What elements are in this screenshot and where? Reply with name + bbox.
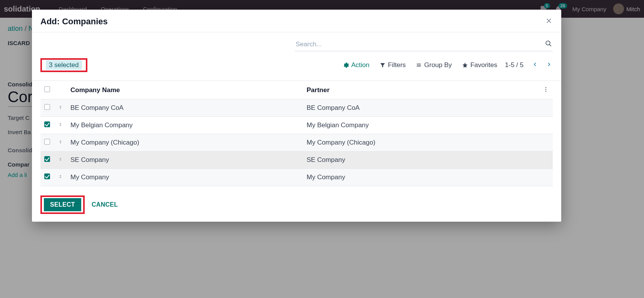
selected-count-highlight: 3 selected	[40, 58, 87, 72]
list-icon	[416, 62, 422, 68]
dialog-title: Add: Companies	[40, 17, 108, 27]
filters-label: Filters	[388, 61, 406, 69]
companies-table: Company Name Partner BE Company CoABE Co…	[40, 81, 553, 186]
favorites-menu[interactable]: Favorites	[462, 61, 497, 69]
pager-next[interactable]	[546, 61, 553, 70]
select-button[interactable]: SELECT	[44, 198, 81, 211]
svg-point-2	[545, 91, 547, 92]
row-checkbox[interactable]	[44, 139, 50, 145]
table-row[interactable]: SE CompanySE Company	[40, 152, 553, 169]
table-row[interactable]: My CompanyMy Company	[40, 169, 553, 186]
filters-menu[interactable]: Filters	[380, 61, 406, 69]
row-company: My Belgian Company	[67, 117, 303, 134]
row-checkbox[interactable]	[44, 121, 50, 127]
filter-icon	[380, 62, 386, 68]
row-partner: BE Company CoA	[303, 99, 539, 117]
row-checkbox[interactable]	[44, 156, 50, 162]
table-row[interactable]: My Belgian CompanyMy Belgian Company	[40, 117, 553, 134]
table-row[interactable]: BE Company CoABE Company CoA	[40, 99, 553, 117]
pager-text: 1-5 / 5	[505, 61, 524, 69]
drag-handle-icon[interactable]	[58, 139, 63, 146]
search-input[interactable]	[296, 40, 545, 48]
favorites-label: Favorites	[470, 61, 497, 69]
chevron-left-icon	[531, 61, 538, 68]
search-box[interactable]	[295, 38, 553, 51]
action-label: Action	[351, 61, 370, 69]
row-company: SE Company	[67, 152, 303, 169]
action-menu[interactable]: Action	[343, 61, 370, 69]
table-row[interactable]: My Company (Chicago)My Company (Chicago)	[40, 134, 553, 152]
column-partner[interactable]: Partner	[303, 81, 539, 99]
search-icon[interactable]	[545, 40, 552, 49]
groupby-label: Group By	[424, 61, 452, 69]
close-icon[interactable]	[546, 17, 553, 27]
svg-point-0	[545, 87, 547, 88]
svg-point-1	[545, 89, 547, 90]
cancel-button[interactable]: CANCEL	[92, 201, 118, 208]
row-partner: My Company	[303, 169, 539, 186]
drag-handle-icon[interactable]	[58, 156, 63, 163]
chevron-right-icon	[546, 61, 553, 68]
row-partner: My Company (Chicago)	[303, 134, 539, 152]
row-company: My Company (Chicago)	[67, 134, 303, 152]
row-company: My Company	[67, 169, 303, 186]
drag-handle-icon[interactable]	[58, 121, 63, 129]
pager: 1-5 / 5	[505, 61, 553, 70]
row-partner: SE Company	[303, 152, 539, 169]
select-button-highlight: SELECT	[40, 195, 85, 214]
row-partner: My Belgian Company	[303, 117, 539, 134]
columns-menu-icon[interactable]	[543, 86, 549, 94]
row-checkbox[interactable]	[44, 104, 50, 110]
pager-prev[interactable]	[531, 61, 538, 70]
row-company: BE Company CoA	[67, 99, 303, 117]
select-all-checkbox[interactable]	[44, 86, 50, 92]
gear-icon	[343, 62, 349, 68]
row-checkbox[interactable]	[44, 173, 50, 179]
selected-count-badge: 3 selected	[46, 60, 82, 70]
add-companies-dialog: Add: Companies 3 selected Action	[32, 10, 561, 222]
drag-handle-icon[interactable]	[58, 104, 63, 111]
drag-handle-icon[interactable]	[58, 173, 63, 181]
groupby-menu[interactable]: Group By	[416, 61, 452, 69]
star-icon	[462, 62, 468, 68]
dialog-header: Add: Companies	[32, 10, 561, 32]
column-company[interactable]: Company Name	[67, 81, 303, 99]
